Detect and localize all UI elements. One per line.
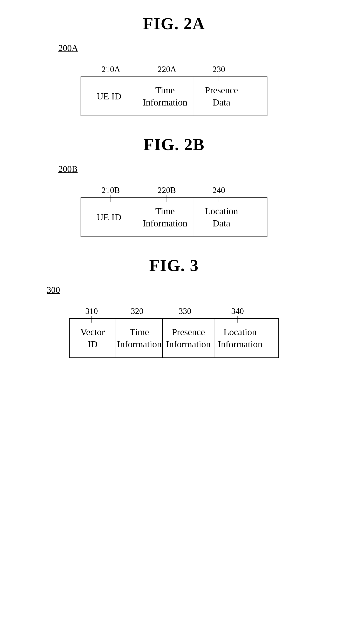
fig3-ref-labels: 310 320 330 340 — [69, 302, 279, 318]
fig2a-diagram: 210A 220A 230 UE ID Time Information Pre… — [81, 60, 267, 116]
fig3-box-row: Vector ID Time Information Presence Info… — [69, 318, 279, 358]
fig2a-ref3: 230 — [212, 64, 225, 74]
fig3-diagram: 310 320 330 340 Vector ID Time Informati… — [69, 302, 279, 358]
fig2a-cell-presdata: Presence Data — [193, 77, 249, 116]
page: FIG. 2A 200A 210A 220A 230 UE ID Time In… — [0, 0, 348, 391]
fig2b-cell-locdata: Location Data — [193, 198, 249, 236]
fig3-cell-presinfo: Presence Information — [163, 319, 214, 358]
fig3-title: FIG. 3 — [149, 256, 199, 275]
fig2b-diagram: 210B 220B 240 UE ID Time Information Loc… — [81, 181, 267, 237]
fig2b-ref3: 240 — [212, 185, 225, 195]
fig2a-cell-timeinfo: Time Information — [137, 77, 193, 116]
fig2a-cell-ueid: UE ID — [81, 77, 137, 116]
fig3-cell-timeinfo: Time Information — [116, 319, 163, 358]
figure-2b-section: FIG. 2B 200B 210B 220B 240 UE ID Time In… — [23, 135, 325, 237]
fig2b-ref1: 210B — [102, 185, 120, 195]
fig2a-ref1: 210A — [102, 64, 120, 74]
fig2a-ref2: 220A — [158, 64, 176, 74]
fig2b-ref2: 220B — [158, 185, 176, 195]
fig2b-ref-labels: 210B 220B 240 — [81, 181, 267, 198]
fig2b-cell-ueid: UE ID — [81, 198, 137, 236]
fig3-cell-locinfo: Location Information — [214, 319, 266, 358]
fig3-cell-vectorid: Vector ID — [70, 319, 116, 358]
fig3-ref2: 320 — [131, 306, 143, 316]
fig3-label: 300 — [47, 285, 60, 295]
fig2b-cell-timeinfo: Time Information — [137, 198, 193, 236]
fig2a-box-row: UE ID Time Information Presence Data — [81, 76, 267, 116]
fig2a-label: 200A — [58, 43, 78, 53]
figure-3-section: FIG. 3 300 310 320 330 340 Vector ID Tim… — [23, 256, 325, 358]
fig3-ref4: 340 — [231, 306, 244, 316]
fig2a-title: FIG. 2A — [143, 14, 205, 34]
fig2b-title: FIG. 2B — [143, 135, 205, 154]
fig3-ref1: 310 — [85, 306, 98, 316]
figure-2a-section: FIG. 2A 200A 210A 220A 230 UE ID Time In… — [23, 14, 325, 116]
fig2b-label: 200B — [58, 164, 78, 174]
fig2a-ref-labels: 210A 220A 230 — [81, 60, 267, 76]
fig2b-box-row: UE ID Time Information Location Data — [81, 198, 267, 237]
fig3-ref3: 330 — [179, 306, 191, 316]
